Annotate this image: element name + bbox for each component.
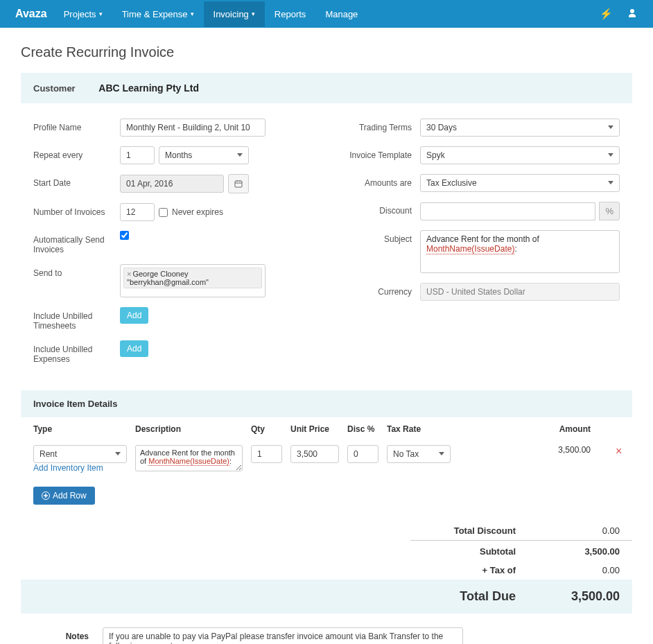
start-date-input[interactable] bbox=[120, 175, 224, 193]
discount-input[interactable] bbox=[420, 202, 595, 220]
item-qty-input[interactable] bbox=[251, 445, 282, 463]
repeat-unit-select[interactable]: Months bbox=[159, 146, 249, 164]
total-due-value: 3,500.00 bbox=[537, 589, 620, 604]
lightning-icon[interactable]: ⚡ bbox=[593, 8, 620, 20]
brand-logo[interactable]: Avaza bbox=[8, 8, 54, 20]
profile-name-input[interactable] bbox=[120, 119, 265, 137]
total-discount-value: 0.00 bbox=[537, 525, 620, 536]
customer-label: Customer bbox=[33, 83, 76, 94]
auto-send-checkbox[interactable] bbox=[120, 231, 129, 240]
delete-row-icon[interactable]: × bbox=[616, 445, 622, 457]
item-tax-select[interactable]: No Tax bbox=[387, 445, 451, 463]
num-invoices-label: Number of Invoices bbox=[33, 203, 120, 217]
num-invoices-input[interactable] bbox=[120, 203, 155, 221]
add-expenses-button[interactable]: Add bbox=[120, 340, 148, 357]
send-to-input[interactable]: ×George Clooney "berrykhan@gmail.com" bbox=[120, 264, 265, 297]
navbar: Avaza Projects▾ Time & Expense▾ Invoicin… bbox=[0, 0, 653, 28]
item-amount: 3,500.00 bbox=[455, 441, 611, 477]
plus-icon bbox=[42, 491, 50, 500]
amounts-label: Amounts are bbox=[340, 174, 420, 188]
customer-name: ABC Learning Pty Ltd bbox=[98, 82, 199, 94]
customer-header: Customer ABC Learning Pty Ltd bbox=[21, 73, 632, 103]
total-discount-label: Total Discount bbox=[426, 525, 537, 536]
item-type-select[interactable]: Rent bbox=[33, 445, 127, 463]
tax-value: 0.00 bbox=[537, 565, 620, 575]
amounts-select[interactable]: Tax Exclusive bbox=[420, 174, 620, 192]
item-disc-input[interactable] bbox=[347, 445, 378, 463]
remove-chip-icon[interactable]: × bbox=[127, 270, 131, 278]
never-expires-checkbox[interactable] bbox=[159, 208, 168, 217]
unbilled-timesheets-label: Include Unbilled Timesheets bbox=[33, 307, 120, 331]
nav-manage[interactable]: Manage bbox=[315, 1, 367, 27]
svg-rect-0 bbox=[235, 181, 242, 187]
discount-label: Discount bbox=[340, 202, 420, 216]
calendar-button[interactable] bbox=[228, 174, 249, 193]
page-title: Create Recurring Invoice bbox=[21, 44, 632, 60]
col-tax: Tax Rate bbox=[383, 417, 455, 441]
notes-label: Notes bbox=[33, 627, 89, 641]
tax-label: + Tax of bbox=[426, 565, 537, 575]
subtotal-value: 3,500.00 bbox=[537, 546, 620, 557]
auto-send-label: Automatically Send Invoices bbox=[33, 231, 120, 254]
profile-name-label: Profile Name bbox=[33, 119, 120, 132]
add-row-button[interactable]: Add Row bbox=[33, 487, 95, 505]
col-unit: Unit Price bbox=[286, 417, 343, 441]
trading-terms-select[interactable]: 30 Days bbox=[420, 119, 620, 137]
user-icon[interactable] bbox=[620, 8, 645, 21]
subject-label: Subject bbox=[340, 230, 420, 244]
add-timesheets-button[interactable]: Add bbox=[120, 307, 148, 324]
repeat-qty-input[interactable] bbox=[120, 146, 155, 164]
subject-input[interactable]: Advance Rent for the month of MonthName(… bbox=[420, 230, 620, 273]
start-date-label: Start Date bbox=[33, 174, 120, 188]
col-qty: Qty bbox=[247, 417, 286, 441]
item-row: Rent Add Inventory Item Advance Rent for… bbox=[21, 441, 632, 477]
recipient-chip[interactable]: ×George Clooney "berrykhan@gmail.com" bbox=[123, 268, 262, 288]
unbilled-expenses-label: Include Unbilled Expenses bbox=[33, 340, 120, 364]
never-expires-label: Never expires bbox=[172, 207, 223, 217]
col-type: Type bbox=[21, 417, 131, 441]
col-amount: Amount bbox=[455, 417, 611, 441]
caret-icon: ▾ bbox=[99, 10, 103, 17]
calendar-icon bbox=[234, 180, 243, 188]
send-to-label: Send to bbox=[33, 264, 120, 278]
col-disc: Disc % bbox=[343, 417, 383, 441]
item-desc-input[interactable]: Advance Rent for the month of MonthName(… bbox=[135, 445, 243, 471]
template-select[interactable]: Spyk bbox=[420, 146, 620, 164]
col-desc: Description bbox=[131, 417, 247, 441]
caret-icon: ▾ bbox=[191, 10, 194, 17]
currency-label: Currency bbox=[340, 283, 420, 297]
notes-input[interactable] bbox=[103, 627, 463, 644]
repeat-label: Repeat every bbox=[33, 146, 120, 160]
template-label: Invoice Template bbox=[340, 146, 420, 160]
items-header: Invoice Item Details bbox=[21, 390, 632, 417]
nav-reports[interactable]: Reports bbox=[265, 1, 316, 27]
trading-terms-label: Trading Terms bbox=[340, 119, 420, 132]
items-table: Type Description Qty Unit Price Disc % T… bbox=[21, 417, 632, 477]
caret-icon: ▾ bbox=[252, 10, 255, 17]
add-inventory-link[interactable]: Add Inventory Item bbox=[33, 463, 103, 473]
currency-select[interactable]: USD - United States Dollar bbox=[420, 283, 620, 301]
subtotal-label: Subtotal bbox=[426, 546, 537, 557]
nav-invoicing[interactable]: Invoicing▾ bbox=[204, 1, 265, 27]
nav-projects[interactable]: Projects▾ bbox=[54, 1, 112, 27]
nav-time-expense[interactable]: Time & Expense▾ bbox=[112, 1, 204, 27]
percent-addon: % bbox=[599, 202, 620, 220]
total-due-label: Total Due bbox=[426, 589, 537, 604]
item-unit-input[interactable] bbox=[290, 445, 339, 463]
